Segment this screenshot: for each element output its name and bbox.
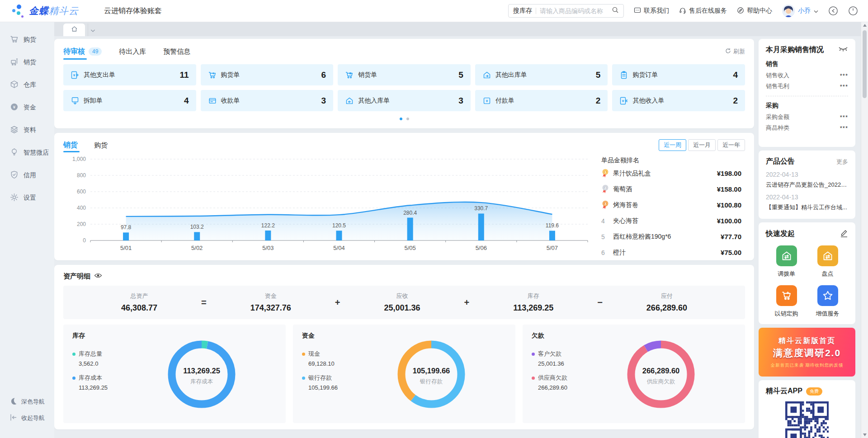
sidebar-item-信用[interactable]: 信用 (0, 164, 54, 187)
yen-circle-icon: ¥ (10, 103, 19, 113)
quick-launch-以销定购[interactable]: 以销定购 (766, 285, 807, 318)
range-button-近一月[interactable]: 近一月 (688, 139, 716, 151)
asset-metric-value: 266,289.60 (646, 303, 687, 313)
pending-card-付款单[interactable]: ¥付款单2 (475, 90, 608, 111)
pending-card-其他收入单[interactable]: ¥其他收入单2 (612, 90, 745, 111)
trade-body: 02004006008001,00097.85/01103.25/02122.2… (63, 152, 745, 259)
ranking-item[interactable]: 1果汁饮品礼盒¥198.00 (601, 166, 741, 180)
svg-text:330.7: 330.7 (474, 205, 488, 212)
pending-tab-待出入库[interactable]: 待出入库 (119, 44, 146, 59)
ranking-item[interactable]: 3烤海苔卷¥100.80 (601, 198, 741, 212)
range-button-近一周[interactable]: 近一周 (659, 139, 686, 151)
pending-count-badge: 49 (89, 47, 102, 56)
sidebar-item-资金[interactable]: ¥资金 (0, 96, 54, 119)
quick-launch-增值服务[interactable]: 增值服务 (807, 285, 848, 318)
trade-header: 销货购货 近一周近一月近一年 (63, 138, 745, 152)
trade-panel: 销货购货 近一周近一月近一年 02004006008001,00097.85/0… (54, 133, 754, 260)
sidebar-item-购货[interactable]: 购货 (0, 28, 54, 51)
pager-dot-1[interactable] (400, 118, 402, 120)
pending-tab-预警信息[interactable]: 预警信息 (163, 44, 190, 59)
announcement-link[interactable]: 【重要通知】精斗云工作台域... (766, 203, 848, 212)
svg-text:600: 600 (77, 188, 86, 195)
star-icon (817, 285, 838, 306)
edit-icon[interactable] (840, 229, 848, 239)
contact-us-link[interactable]: 联系我们 (634, 7, 669, 15)
sidebar-item-智慧微店[interactable]: 智慧微店 (0, 141, 54, 164)
after-sales-service-link[interactable]: 售后在线服务 (679, 7, 727, 15)
quick-launch-调拨单[interactable]: 调拨单 (766, 245, 807, 278)
pending-card-其他入库单[interactable]: 其他入库单3 (338, 90, 471, 111)
ranking-item[interactable]: 2葡萄酒¥158.00 (601, 182, 741, 196)
user-menu[interactable]: 小乔 (782, 5, 818, 17)
masked-value: *** (840, 114, 848, 121)
summary-row-采购金额: 采购金额*** (766, 112, 848, 122)
summary-row-销售收入: 销售收入*** (766, 70, 848, 81)
announcement-link[interactable]: 云进销存产品更新公告_20220... (766, 181, 848, 189)
assets-header: 资产明细 (63, 270, 745, 282)
sidebar-item-资料[interactable]: 资料 (0, 119, 54, 141)
scroll-up-arrow[interactable] (861, 22, 868, 28)
tab-list-dropdown[interactable] (88, 24, 98, 36)
pending-tab-待审核[interactable]: 待审核49 (63, 44, 102, 59)
pending-card-count: 3 (321, 96, 326, 106)
svg-text:105,199.66: 105,199.66 (413, 367, 450, 375)
sidebar-item-仓库[interactable]: 仓库 (0, 74, 54, 96)
avatar[interactable] (782, 5, 795, 17)
summary-row-商品种类: 商品种类*** (766, 122, 848, 133)
yen-in-icon: ¥ (619, 96, 628, 105)
trade-tab-销货[interactable]: 销货 (63, 138, 78, 152)
refresh-button[interactable]: 刷新 (725, 47, 745, 56)
announcement-date: 2022-04-13 (766, 193, 848, 201)
sidebar-item-设置[interactable]: 设置 (0, 187, 54, 209)
chevron-down-icon (814, 7, 818, 15)
svg-text:0: 0 (83, 237, 86, 244)
pending-card-count: 4 (733, 70, 738, 80)
pending-card-购货单[interactable]: 购货单6 (201, 64, 334, 85)
search-input[interactable] (540, 7, 612, 14)
range-button-近一年[interactable]: 近一年 (717, 139, 745, 151)
cart-white-icon (776, 285, 797, 306)
svg-text:5/06: 5/06 (476, 245, 487, 251)
pending-card-销货单[interactable]: 销货单5 (338, 64, 471, 85)
pending-card-收款单[interactable]: 收款单3 (201, 90, 334, 111)
sidebar-toggle-收起导航[interactable]: 收起导航 (0, 410, 54, 426)
ranking-item[interactable]: 4夹心海苔¥100.00 (601, 214, 741, 228)
quick-launch-盘点[interactable]: 盘点 (807, 245, 848, 278)
announcements-more-link[interactable]: 更多 (836, 158, 848, 166)
svg-text:¥: ¥ (622, 99, 624, 103)
back-button[interactable] (828, 6, 838, 16)
svg-text:400: 400 (77, 205, 86, 211)
pending-card-其他支出单[interactable]: ¥其他支出单11 (63, 64, 196, 85)
ranking-item[interactable]: 6橙汁¥75.00 (601, 245, 741, 259)
pending-card-拆卸单[interactable]: 拆卸单4 (63, 90, 196, 111)
sidebar-item-销货[interactable]: 销货 (0, 51, 54, 74)
svg-text:5/03: 5/03 (262, 245, 274, 251)
donut-chart-资金: 105,199.66 银行存款 (392, 334, 471, 416)
pager-dots (63, 118, 745, 120)
help-center-link[interactable]: 帮助中心 (737, 7, 772, 15)
pager-dot-2[interactable] (406, 118, 409, 120)
eye-icon[interactable] (94, 272, 102, 280)
app-root: 金蝶精斗云 云进销存体验账套 搜库存 联系我们 售后在线服务 帮助中心 (0, 0, 868, 438)
eye-closed-icon[interactable] (838, 46, 848, 54)
ranking-item[interactable]: 5西红柿意粉酱190g*6¥77.70 (601, 230, 741, 244)
scrollbar-thumb[interactable] (863, 30, 867, 98)
right-column: 本月采购销售情况 销售销售收入***销售毛利***采购采购金额***商品种类**… (759, 39, 855, 438)
house-arrow-in-icon (345, 96, 354, 105)
search-icon[interactable] (612, 6, 619, 15)
home-tab[interactable] (63, 24, 85, 36)
donut-card-欠款: 欠款 客户欠款 25,001.36 供应商欠款 266,289.60 266,2… (523, 325, 745, 423)
logout-button[interactable] (848, 6, 858, 16)
pending-card-其他出库单[interactable]: 其他出库单5 (475, 64, 608, 85)
trade-tab-购货[interactable]: 购货 (94, 138, 108, 152)
survey-banner[interactable]: 精斗云新版首页 满意度调研2.0 全新首页已来袭 期待收到您的反馈 (759, 328, 855, 377)
app-download-card: 精斗云APP 免费 (759, 380, 855, 438)
pending-card-购货订单[interactable]: 购货订单4 (612, 64, 745, 85)
svg-text:2: 2 (604, 186, 606, 190)
sidebar-toggle-深色导航[interactable]: 深色导航 (0, 394, 54, 410)
scroll-down-arrow[interactable] (861, 432, 868, 438)
svg-text:供应商欠款: 供应商欠款 (647, 378, 675, 385)
inventory-searchbox[interactable]: 搜库存 (508, 4, 624, 18)
product-amount: ¥158.00 (717, 185, 741, 193)
quick-launch-card: 快速发起 调拨单盘点以销定购增值服务 (759, 222, 855, 324)
